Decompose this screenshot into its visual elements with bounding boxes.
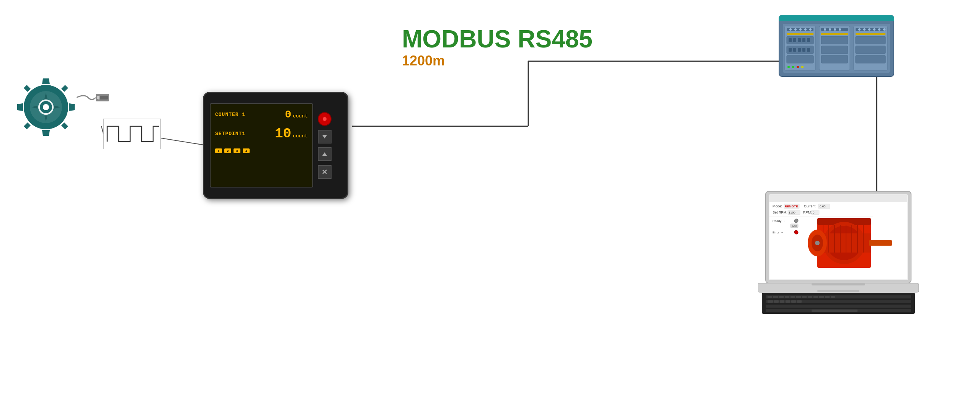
svg-point-64	[883, 28, 885, 31]
svg-rect-134	[780, 300, 784, 303]
svg-point-60	[863, 28, 866, 31]
svg-text:Set RPM:: Set RPM:	[773, 210, 787, 214]
laptop-icon: Mode: REMOTE Current: 0.00 Set RPM: 1100…	[758, 191, 919, 314]
setpoint-row: SETPOINT1 10 count	[215, 126, 308, 142]
counter-label: COUNTER 1	[215, 112, 245, 117]
svg-rect-16	[103, 119, 161, 149]
svg-rect-127	[808, 296, 812, 298]
svg-rect-121	[773, 296, 778, 298]
device-screen: COUNTER 1 0 count SETPOINT1 10 count 1 2…	[210, 103, 313, 187]
gear-assembly	[15, 77, 77, 139]
button-x[interactable]	[318, 165, 332, 179]
svg-rect-65	[856, 33, 885, 35]
svg-marker-18	[322, 135, 327, 139]
svg-rect-43	[793, 48, 796, 52]
svg-rect-124	[791, 296, 795, 298]
gear-icon	[15, 77, 77, 138]
svg-rect-122	[779, 296, 784, 298]
svg-rect-36	[787, 55, 813, 63]
device-buttons	[318, 112, 332, 179]
button-red[interactable]	[318, 112, 332, 126]
svg-text:1100: 1100	[789, 211, 795, 214]
svg-rect-45	[802, 48, 805, 52]
button-down[interactable]	[318, 130, 332, 143]
setpoint-value: 10	[275, 126, 291, 142]
svg-rect-136	[791, 300, 796, 303]
counter-value: 0	[285, 109, 291, 121]
svg-rect-53	[821, 33, 848, 35]
svg-point-17	[323, 117, 327, 121]
pulse-signal	[103, 119, 161, 151]
svg-point-106	[815, 241, 820, 245]
svg-point-59	[858, 28, 861, 31]
svg-point-50	[829, 28, 831, 31]
svg-point-28	[789, 28, 792, 31]
svg-point-70	[792, 66, 794, 68]
svg-point-49	[824, 28, 826, 31]
svg-rect-135	[786, 300, 790, 303]
svg-point-63	[878, 28, 880, 31]
modbus-label: MODBUS RS485 1200m	[402, 27, 593, 69]
svg-text:Mode:: Mode:	[773, 204, 782, 208]
button-triangle[interactable]	[318, 147, 332, 161]
led-row: 1 2 3 4	[215, 148, 308, 153]
svg-rect-39	[798, 38, 801, 42]
svg-point-29	[794, 28, 797, 31]
svg-rect-66	[856, 36, 885, 44]
svg-point-52	[839, 28, 841, 31]
svg-rect-41	[807, 38, 810, 42]
counter-device: COUNTER 1 0 count SETPOINT1 10 count 1 2…	[203, 92, 348, 199]
svg-rect-33	[787, 33, 813, 35]
svg-rect-42	[789, 48, 792, 52]
svg-point-12	[43, 104, 49, 110]
svg-rect-137	[797, 300, 802, 303]
svg-rect-120	[768, 296, 772, 298]
modbus-title: MODBUS RS485	[402, 27, 593, 51]
svg-text:RPM:: RPM:	[803, 210, 812, 214]
svg-point-112	[794, 230, 798, 234]
led-2: 2	[224, 148, 231, 153]
counter-unit: count	[293, 113, 308, 119]
svg-point-61	[868, 28, 871, 31]
led-3: 3	[234, 148, 240, 153]
svg-rect-37	[789, 38, 792, 42]
device-body: COUNTER 1 0 count SETPOINT1 10 count 1 2…	[203, 92, 348, 199]
svg-rect-38	[793, 38, 796, 42]
svg-rect-67	[856, 46, 885, 54]
setpoint-unit: count	[293, 133, 308, 139]
svg-point-51	[834, 28, 836, 31]
svg-rect-103	[869, 240, 892, 246]
svg-rect-76	[769, 195, 907, 202]
svg-rect-126	[802, 296, 807, 298]
svg-rect-130	[825, 296, 830, 298]
plc	[777, 11, 896, 82]
svg-rect-24	[779, 18, 894, 21]
svg-point-30	[799, 28, 802, 31]
plc-icon	[777, 11, 896, 80]
svg-rect-118	[766, 305, 911, 308]
svg-rect-131	[831, 296, 835, 298]
svg-rect-46	[807, 48, 810, 52]
svg-point-71	[797, 66, 799, 68]
svg-text:0: 0	[813, 211, 815, 214]
svg-rect-40	[802, 38, 805, 42]
svg-point-69	[787, 66, 790, 68]
svg-point-31	[804, 28, 807, 31]
led-1: 1	[215, 148, 222, 153]
svg-point-62	[873, 28, 875, 31]
svg-text:Error →: Error →	[773, 231, 783, 234]
laptop: Mode: REMOTE Current: 0.00 Set RPM: 1100…	[758, 191, 919, 315]
svg-rect-55	[821, 46, 848, 54]
svg-marker-19	[322, 152, 327, 156]
svg-text:Ready →: Ready →	[773, 219, 785, 223]
svg-text:ACK: ACK	[792, 225, 797, 227]
svg-rect-54	[821, 36, 848, 44]
svg-rect-133	[774, 300, 779, 303]
svg-point-32	[809, 28, 812, 31]
setpoint-label: SETPOINT1	[215, 131, 245, 137]
pulse-wave-icon	[103, 119, 161, 149]
svg-rect-138	[812, 310, 858, 312]
svg-rect-129	[819, 296, 824, 298]
sensor-icon	[77, 88, 111, 107]
counter-row: COUNTER 1 0 count	[215, 109, 308, 121]
